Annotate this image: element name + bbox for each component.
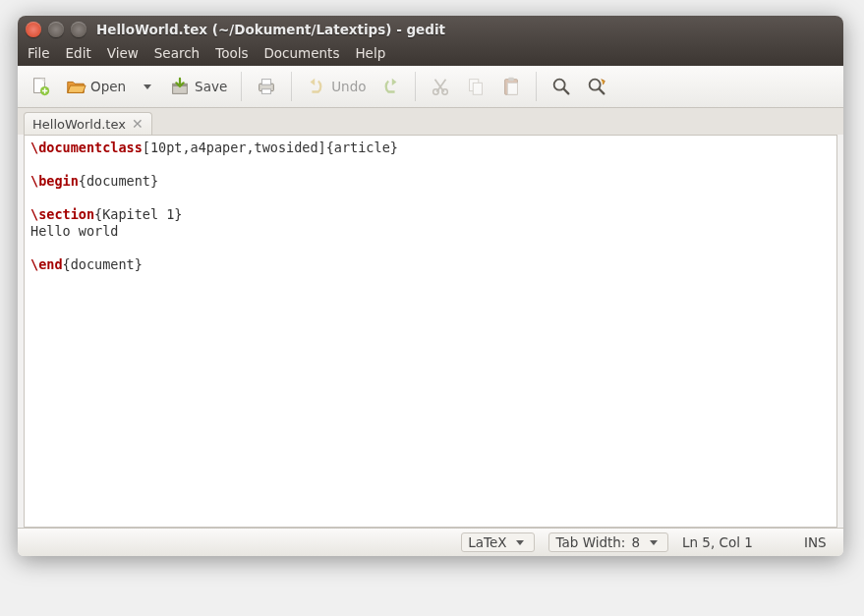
tabwidth-text: Tab Width: bbox=[555, 534, 625, 550]
new-file-icon bbox=[29, 76, 51, 97]
toolbar-separator bbox=[536, 72, 537, 101]
chevron-down-icon bbox=[650, 540, 658, 545]
save-button[interactable]: Save bbox=[165, 72, 231, 101]
svg-rect-14 bbox=[509, 78, 515, 82]
tab-label: HelloWorld.tex bbox=[32, 117, 126, 132]
redo-icon bbox=[379, 76, 401, 97]
menubar: File Edit View Search Tools Documents He… bbox=[18, 42, 843, 66]
undo-label: Undo bbox=[331, 79, 366, 94]
text-editor[interactable]: \documentclass[10pt,a4paper,twosided]{ar… bbox=[24, 135, 837, 528]
language-selector[interactable]: LaTeX bbox=[461, 532, 535, 552]
menu-help[interactable]: Help bbox=[355, 45, 385, 61]
menu-tools[interactable]: Tools bbox=[215, 45, 248, 61]
tab-helloworld[interactable]: HelloWorld.tex ✕ bbox=[24, 112, 152, 135]
svg-rect-7 bbox=[262, 89, 271, 94]
latex-args: [10pt,a4paper,twosided]{article} bbox=[143, 140, 398, 155]
latex-keyword: \begin bbox=[30, 173, 79, 189]
cursor-position: Ln 5, Col 1 bbox=[682, 534, 790, 550]
save-icon bbox=[169, 76, 191, 97]
undo-icon bbox=[306, 76, 327, 97]
insert-mode[interactable]: INS bbox=[804, 534, 834, 550]
toolbar: Open Save Undo bbox=[18, 66, 843, 108]
search-button[interactable] bbox=[547, 72, 576, 101]
maximize-window-button[interactable] bbox=[71, 22, 86, 37]
status-bar: LaTeX Tab Width: 8 Ln 5, Col 1 INS bbox=[18, 528, 843, 556]
open-label: Open bbox=[90, 79, 126, 94]
copy-icon bbox=[465, 76, 487, 97]
latex-keyword: \end bbox=[30, 256, 63, 272]
latex-args: {document} bbox=[63, 256, 143, 272]
menu-file[interactable]: File bbox=[28, 45, 50, 61]
tab-bar: HelloWorld.tex ✕ bbox=[18, 108, 843, 135]
toolbar-separator bbox=[291, 72, 292, 101]
latex-args: {document} bbox=[79, 173, 158, 189]
menu-search[interactable]: Search bbox=[154, 45, 200, 61]
toolbar-separator bbox=[241, 72, 242, 101]
tab-width-selector[interactable]: Tab Width: 8 bbox=[548, 532, 668, 552]
save-label: Save bbox=[195, 79, 227, 94]
tabwidth-value: 8 bbox=[631, 534, 640, 550]
latex-keyword: \section bbox=[30, 206, 94, 222]
window-title: HelloWorld.tex (~/Dokument/Latextips) - … bbox=[96, 22, 445, 37]
chevron-down-icon bbox=[144, 84, 151, 89]
search-replace-button[interactable] bbox=[582, 72, 611, 101]
minimize-window-button[interactable] bbox=[48, 22, 64, 37]
new-file-button[interactable] bbox=[26, 72, 55, 101]
chevron-down-icon bbox=[516, 540, 524, 545]
menu-edit[interactable]: Edit bbox=[66, 45, 91, 61]
close-window-button[interactable] bbox=[26, 22, 41, 37]
app-window: HelloWorld.tex (~/Dokument/Latextips) - … bbox=[18, 16, 843, 556]
window-controls bbox=[26, 22, 86, 37]
folder-open-icon bbox=[65, 76, 86, 97]
svg-rect-11 bbox=[474, 83, 483, 94]
latex-args: {Kapitel 1} bbox=[94, 206, 182, 222]
search-icon bbox=[550, 76, 572, 97]
paste-icon bbox=[500, 76, 522, 97]
open-recent-dropdown[interactable] bbox=[136, 81, 159, 93]
open-button[interactable]: Open bbox=[61, 72, 130, 101]
menu-documents[interactable]: Documents bbox=[263, 45, 339, 61]
cut-icon bbox=[430, 76, 451, 97]
latex-keyword: \documentclass bbox=[30, 140, 143, 155]
svg-rect-6 bbox=[262, 80, 271, 85]
print-button[interactable] bbox=[252, 72, 281, 101]
search-replace-icon bbox=[586, 76, 607, 97]
copy-button[interactable] bbox=[461, 72, 490, 101]
toolbar-separator bbox=[415, 72, 416, 101]
editor-text: Hello world bbox=[30, 223, 118, 239]
language-label: LaTeX bbox=[468, 534, 506, 550]
close-tab-button[interactable]: ✕ bbox=[132, 116, 144, 132]
print-icon bbox=[256, 76, 277, 97]
titlebar[interactable]: HelloWorld.tex (~/Dokument/Latextips) - … bbox=[18, 16, 843, 42]
redo-button[interactable] bbox=[375, 72, 405, 101]
svg-rect-13 bbox=[508, 83, 518, 94]
cut-button[interactable] bbox=[426, 72, 455, 101]
menu-view[interactable]: View bbox=[107, 45, 139, 61]
undo-button[interactable]: Undo bbox=[302, 72, 370, 101]
paste-button[interactable] bbox=[496, 72, 526, 101]
